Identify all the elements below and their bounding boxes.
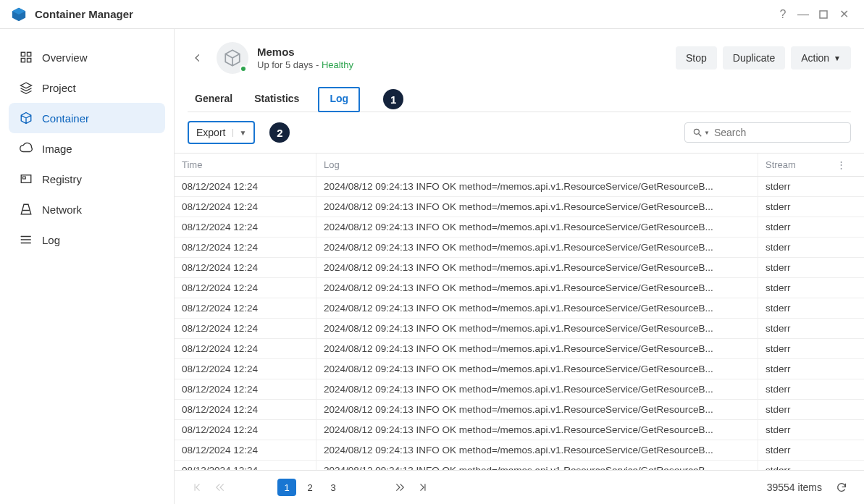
project-icon bbox=[19, 80, 33, 95]
cell-time: 08/12/2024 12:24 bbox=[175, 217, 316, 237]
svg-rect-2 bbox=[820, 11, 827, 18]
cell-log: 2024/08/12 09:24:13 INFO OK method=/memo… bbox=[316, 258, 758, 277]
cell-time: 08/12/2024 12:24 bbox=[175, 258, 316, 277]
sidebar-item-label: Container bbox=[42, 112, 89, 125]
tab-general[interactable]: General bbox=[192, 87, 235, 112]
pager-first-button[interactable] bbox=[188, 478, 206, 497]
sidebar-item-label: Network bbox=[42, 203, 82, 216]
col-header-time[interactable]: Time bbox=[175, 154, 316, 176]
pager-page-1[interactable]: 1 bbox=[277, 479, 296, 496]
table-body[interactable]: 08/12/2024 12:242024/08/12 09:24:13 INFO… bbox=[175, 177, 864, 470]
sidebar-item-overview[interactable]: Overview bbox=[9, 42, 165, 72]
search-box[interactable]: ▼ bbox=[684, 122, 851, 143]
cell-time: 08/12/2024 12:24 bbox=[175, 440, 316, 460]
title-bar: Container Manager ? — ✕ bbox=[0, 0, 864, 29]
svg-point-14 bbox=[21, 243, 22, 244]
table-row[interactable]: 08/12/2024 12:242024/08/12 09:24:13 INFO… bbox=[175, 319, 864, 339]
svg-point-12 bbox=[21, 236, 22, 238]
pager-prev-button[interactable] bbox=[211, 478, 230, 497]
search-dropdown-icon[interactable]: ▼ bbox=[704, 130, 710, 136]
cell-time: 08/12/2024 12:24 bbox=[175, 359, 316, 379]
table-row[interactable]: 08/12/2024 12:242024/08/12 09:24:13 INFO… bbox=[175, 298, 864, 319]
col-header-stream[interactable]: Stream bbox=[758, 154, 831, 176]
app-title: Container Manager bbox=[35, 8, 133, 20]
svg-point-13 bbox=[21, 239, 22, 240]
col-header-log[interactable]: Log bbox=[316, 154, 758, 176]
minimize-button[interactable]: — bbox=[793, 4, 813, 25]
cell-stream: stderr bbox=[758, 319, 831, 338]
svg-rect-6 bbox=[28, 59, 31, 62]
svg-rect-5 bbox=[21, 59, 25, 62]
cell-stream: stderr bbox=[758, 461, 831, 470]
cell-time: 08/12/2024 12:24 bbox=[175, 238, 316, 257]
chevron-down-icon: ▼ bbox=[834, 54, 841, 62]
cell-log: 2024/08/12 09:24:13 INFO OK method=/memo… bbox=[316, 379, 758, 399]
container-icon bbox=[19, 111, 33, 125]
annotation-badge-2: 2 bbox=[269, 122, 290, 143]
table-row[interactable]: 08/12/2024 12:242024/08/12 09:24:13 INFO… bbox=[175, 420, 864, 440]
table-row[interactable]: 08/12/2024 12:242024/08/12 09:24:13 INFO… bbox=[175, 258, 864, 278]
table-row[interactable]: 08/12/2024 12:242024/08/12 09:24:13 INFO… bbox=[175, 379, 864, 400]
cell-stream: stderr bbox=[758, 298, 831, 318]
stop-button[interactable]: Stop bbox=[676, 46, 717, 70]
cell-time: 08/12/2024 12:24 bbox=[175, 400, 316, 419]
content-pane: Memos Up for 5 days - Healthy Stop Dupli… bbox=[174, 29, 864, 504]
table-row[interactable]: 08/12/2024 12:242024/08/12 09:24:13 INFO… bbox=[175, 400, 864, 420]
container-subtitle: Up for 5 days - Healthy bbox=[257, 59, 353, 70]
maximize-button[interactable] bbox=[813, 4, 834, 25]
cell-log: 2024/08/12 09:24:13 INFO OK method=/memo… bbox=[316, 319, 758, 338]
refresh-button[interactable] bbox=[832, 478, 851, 497]
table-row[interactable]: 08/12/2024 12:242024/08/12 09:24:13 INFO… bbox=[175, 359, 864, 379]
tab-statistics[interactable]: Statistics bbox=[251, 87, 302, 112]
pager: 123 39554 items bbox=[175, 470, 864, 504]
export-button[interactable]: Export ▼ bbox=[188, 121, 255, 144]
back-button[interactable] bbox=[188, 48, 208, 68]
search-input[interactable] bbox=[714, 127, 843, 138]
sidebar-item-image[interactable]: Image bbox=[9, 133, 165, 164]
table-row[interactable]: 08/12/2024 12:242024/08/12 09:24:13 INFO… bbox=[175, 217, 864, 238]
sidebar-item-label: Registry bbox=[42, 173, 82, 185]
cell-time: 08/12/2024 12:24 bbox=[175, 278, 316, 298]
tab-log[interactable]: Log bbox=[318, 87, 360, 112]
sidebar-item-registry[interactable]: Registry bbox=[9, 164, 165, 194]
pager-last-button[interactable] bbox=[414, 478, 432, 497]
export-label: Export bbox=[196, 127, 225, 138]
sidebar-item-label: Log bbox=[42, 234, 60, 246]
cell-stream: stderr bbox=[758, 197, 831, 217]
svg-rect-4 bbox=[28, 52, 31, 56]
sidebar-item-network[interactable]: Network bbox=[9, 194, 165, 224]
duplicate-button[interactable]: Duplicate bbox=[723, 46, 785, 70]
table-row[interactable]: 08/12/2024 12:242024/08/12 09:24:13 INFO… bbox=[175, 278, 864, 298]
cell-log: 2024/08/12 09:24:13 INFO OK method=/memo… bbox=[316, 400, 758, 419]
table-row[interactable]: 08/12/2024 12:242024/08/12 09:24:13 INFO… bbox=[175, 339, 864, 359]
table-row[interactable]: 08/12/2024 12:242024/08/12 09:24:13 INFO… bbox=[175, 461, 864, 470]
action-menu-button[interactable]: Action ▼ bbox=[791, 46, 851, 70]
cell-stream: stderr bbox=[758, 339, 831, 358]
table-row[interactable]: 08/12/2024 12:242024/08/12 09:24:13 INFO… bbox=[175, 177, 864, 197]
pager-page-3[interactable]: 3 bbox=[324, 479, 343, 496]
status-dot-icon bbox=[240, 65, 247, 72]
help-button[interactable]: ? bbox=[773, 4, 793, 25]
svg-rect-8 bbox=[23, 177, 26, 179]
svg-point-15 bbox=[694, 129, 699, 134]
cell-time: 08/12/2024 12:24 bbox=[175, 177, 316, 196]
search-icon[interactable]: ▼ bbox=[692, 127, 710, 138]
tabs: GeneralStatisticsLog1 bbox=[188, 87, 851, 112]
network-icon bbox=[19, 202, 33, 217]
app-logo-icon bbox=[10, 6, 28, 23]
table-row[interactable]: 08/12/2024 12:242024/08/12 09:24:13 INFO… bbox=[175, 440, 864, 461]
image-icon bbox=[19, 141, 33, 156]
close-button[interactable]: ✕ bbox=[834, 4, 854, 25]
table-row[interactable]: 08/12/2024 12:242024/08/12 09:24:13 INFO… bbox=[175, 238, 864, 258]
table-row[interactable]: 08/12/2024 12:242024/08/12 09:24:13 INFO… bbox=[175, 197, 864, 217]
pager-page-2[interactable]: 2 bbox=[301, 479, 319, 496]
cell-stream: stderr bbox=[758, 400, 831, 419]
sidebar-item-container[interactable]: Container bbox=[9, 103, 165, 133]
sidebar-item-log[interactable]: Log bbox=[9, 224, 165, 255]
pager-next-button[interactable] bbox=[390, 478, 409, 497]
sidebar-item-project[interactable]: Project bbox=[9, 72, 165, 103]
sidebar-item-label: Project bbox=[42, 82, 76, 94]
cell-log: 2024/08/12 09:24:13 INFO OK method=/memo… bbox=[316, 339, 758, 358]
col-header-more[interactable]: ⋮ bbox=[831, 154, 851, 176]
table-header: Time Log Stream ⋮ bbox=[175, 153, 864, 177]
